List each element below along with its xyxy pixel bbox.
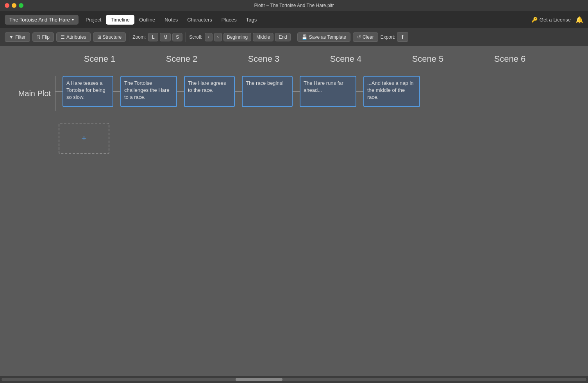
connector-3	[235, 91, 242, 92]
attributes-icon: ☰	[61, 34, 65, 40]
app-title-button[interactable]: The Tortoise And The Hare ▾	[5, 15, 79, 25]
connector-4	[293, 91, 300, 92]
scroll-right-button[interactable]: ›	[214, 33, 222, 41]
nav-project[interactable]: Project	[81, 15, 106, 25]
bell-icon: 🔔	[575, 16, 583, 23]
key-icon: 🔑	[531, 17, 538, 23]
menubar: The Tortoise And The Hare ▾ Project Time…	[0, 11, 588, 28]
scene-card-4[interactable]: The race begins!	[242, 76, 293, 107]
add-plot-button[interactable]: +	[59, 123, 109, 154]
main-plot-row: Main Plot A Hare teases a Tortoise for b…	[12, 76, 576, 111]
zoom-l-button[interactable]: L	[148, 33, 158, 41]
refresh-icon: ↺	[357, 34, 361, 40]
scene-card-3[interactable]: The Hare agrees to the race.	[184, 76, 235, 107]
flip-icon: ⇅	[37, 34, 41, 40]
export-button[interactable]: ⬆	[397, 32, 408, 42]
filter-icon: ▼	[9, 34, 14, 40]
main-content: Scene 1 Scene 2 Scene 3 Scene 4 Scene 5 …	[0, 46, 588, 376]
titlebar: Plottr – The Tortoise And The Hare.pltr	[0, 0, 588, 11]
structure-button[interactable]: ⊞ Structure	[93, 32, 126, 42]
chevron-down-icon: ▾	[72, 18, 74, 22]
save-template-button[interactable]: 💾 Save as Template	[297, 32, 350, 42]
filter-label: Filter	[15, 34, 26, 40]
nav-characters[interactable]: Characters	[182, 15, 217, 25]
license-label: Get a License	[540, 17, 571, 23]
connector-0	[55, 91, 63, 92]
connector-2	[177, 91, 184, 92]
nav-timeline[interactable]: Timeline	[106, 15, 134, 25]
scroll-beginning-button[interactable]: Beginning	[223, 33, 251, 41]
scroll-section: Scroll: ‹ › Beginning Middle End	[189, 33, 290, 41]
nav-notes[interactable]: Notes	[160, 15, 182, 25]
window-controls	[5, 3, 23, 8]
scene-header-1: Scene 1	[61, 54, 139, 64]
scroll-label: Scroll:	[189, 34, 202, 40]
clear-label: Clear	[363, 34, 374, 40]
separator-2	[186, 32, 186, 42]
plus-icon: +	[82, 133, 87, 143]
export-label: Export:	[381, 34, 395, 40]
structure-label: Structure	[103, 34, 122, 40]
scene-header-4: Scene 4	[307, 54, 385, 64]
zoom-label: Zoom:	[132, 34, 146, 40]
scene-card-1[interactable]: A Hare teases a Tortoise for being so sl…	[63, 76, 113, 107]
close-button[interactable]	[5, 3, 9, 8]
structure-icon: ⊞	[97, 34, 101, 40]
timeline-area: Scene 1 Scene 2 Scene 3 Scene 4 Scene 5 …	[12, 54, 576, 154]
save-template-label: Save as Template	[309, 34, 346, 40]
main-plot-cards: A Hare teases a Tortoise for being so sl…	[55, 76, 576, 107]
zoom-s-button[interactable]: S	[172, 33, 182, 41]
scene-header-2: Scene 2	[143, 54, 221, 64]
scene-card-2[interactable]: The Tortoise challenges the Hare to a ra…	[120, 76, 177, 107]
connector-5	[356, 91, 363, 92]
scene-header-6: Scene 6	[471, 54, 549, 64]
attributes-button[interactable]: ☰ Attributes	[56, 32, 91, 42]
scene-card-6[interactable]: ...And takes a nap in the middle of the …	[363, 76, 420, 107]
app-title-text: The Tortoise And The Hare	[9, 17, 70, 23]
scroll-end-button[interactable]: End	[275, 33, 290, 41]
filter-button[interactable]: ▼ Filter	[5, 32, 30, 42]
clear-button[interactable]: ↺ Clear	[353, 32, 378, 42]
scroll-middle-button[interactable]: Middle	[253, 33, 273, 41]
nav-outline[interactable]: Outline	[134, 15, 160, 25]
scene-card-5[interactable]: The Hare runs far ahead...	[300, 76, 356, 107]
license-button[interactable]: 🔑 Get a License	[531, 17, 571, 23]
scenes-header-row: Scene 1 Scene 2 Scene 3 Scene 4 Scene 5 …	[12, 54, 576, 64]
scrollbar-track[interactable]	[2, 378, 586, 381]
save-icon: 💾	[302, 34, 307, 40]
nav-places[interactable]: Places	[217, 15, 241, 25]
connector-1	[113, 91, 120, 92]
titlebar-title: Plottr – The Tortoise And The Hare.pltr	[254, 3, 334, 8]
toolbar: ▼ Filter ⇅ Flip ☰ Attributes ⊞ Structure…	[0, 28, 588, 46]
flip-button[interactable]: ⇅ Flip	[32, 32, 54, 42]
maximize-button[interactable]	[19, 3, 23, 8]
minimize-button[interactable]	[12, 3, 16, 8]
menubar-right: 🔑 Get a License 🔔	[531, 16, 583, 23]
scrollbar-area	[0, 376, 588, 383]
nav-tags[interactable]: Tags	[241, 15, 261, 25]
zoom-m-button[interactable]: M	[160, 33, 171, 41]
export-section: Export: ⬆	[381, 32, 408, 42]
separator-3	[294, 32, 294, 42]
main-plot-label: Main Plot	[12, 76, 55, 111]
separator-1	[129, 32, 129, 42]
zoom-section: Zoom: L M S	[132, 33, 182, 41]
scroll-left-button[interactable]: ‹	[205, 33, 213, 41]
notification-bell-button[interactable]: 🔔	[575, 16, 583, 23]
attributes-label: Attributes	[66, 34, 86, 40]
scene-header-3: Scene 3	[225, 54, 303, 64]
flip-label: Flip	[42, 34, 50, 40]
scene-header-5: Scene 5	[389, 54, 467, 64]
scrollbar-thumb[interactable]	[236, 378, 282, 381]
